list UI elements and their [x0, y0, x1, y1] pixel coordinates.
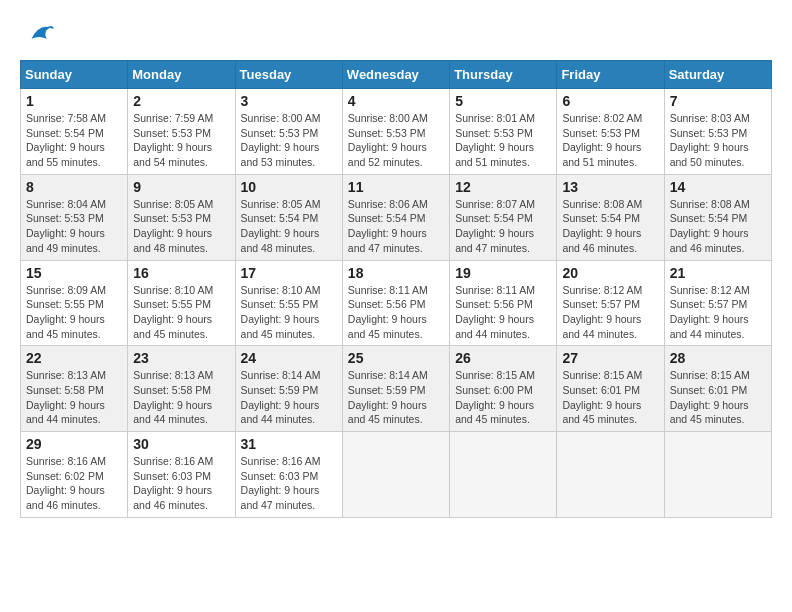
calendar-cell: 7 Sunrise: 8:03 AM Sunset: 5:53 PM Dayli… — [664, 89, 771, 175]
calendar-cell — [450, 432, 557, 518]
day-info: Sunrise: 7:59 AM Sunset: 5:53 PM Dayligh… — [133, 111, 229, 170]
logo — [20, 20, 54, 50]
calendar-cell: 8 Sunrise: 8:04 AM Sunset: 5:53 PM Dayli… — [21, 174, 128, 260]
day-number: 31 — [241, 436, 337, 452]
calendar-cell: 5 Sunrise: 8:01 AM Sunset: 5:53 PM Dayli… — [450, 89, 557, 175]
calendar-week-row: 29 Sunrise: 8:16 AM Sunset: 6:02 PM Dayl… — [21, 432, 772, 518]
calendar-cell: 3 Sunrise: 8:00 AM Sunset: 5:53 PM Dayli… — [235, 89, 342, 175]
day-info: Sunrise: 8:11 AM Sunset: 5:56 PM Dayligh… — [455, 283, 551, 342]
day-info: Sunrise: 8:12 AM Sunset: 5:57 PM Dayligh… — [670, 283, 766, 342]
day-info: Sunrise: 8:08 AM Sunset: 5:54 PM Dayligh… — [670, 197, 766, 256]
day-number: 13 — [562, 179, 658, 195]
day-info: Sunrise: 8:03 AM Sunset: 5:53 PM Dayligh… — [670, 111, 766, 170]
weekday-header-thursday: Thursday — [450, 61, 557, 89]
logo-bird-icon — [24, 20, 54, 50]
calendar-week-row: 8 Sunrise: 8:04 AM Sunset: 5:53 PM Dayli… — [21, 174, 772, 260]
calendar-cell: 24 Sunrise: 8:14 AM Sunset: 5:59 PM Dayl… — [235, 346, 342, 432]
calendar-cell: 12 Sunrise: 8:07 AM Sunset: 5:54 PM Dayl… — [450, 174, 557, 260]
calendar-cell: 16 Sunrise: 8:10 AM Sunset: 5:55 PM Dayl… — [128, 260, 235, 346]
day-info: Sunrise: 8:05 AM Sunset: 5:53 PM Dayligh… — [133, 197, 229, 256]
day-number: 6 — [562, 93, 658, 109]
day-number: 24 — [241, 350, 337, 366]
day-info: Sunrise: 8:10 AM Sunset: 5:55 PM Dayligh… — [241, 283, 337, 342]
day-number: 14 — [670, 179, 766, 195]
calendar-cell: 28 Sunrise: 8:15 AM Sunset: 6:01 PM Dayl… — [664, 346, 771, 432]
calendar-cell: 26 Sunrise: 8:15 AM Sunset: 6:00 PM Dayl… — [450, 346, 557, 432]
day-number: 9 — [133, 179, 229, 195]
day-info: Sunrise: 8:16 AM Sunset: 6:02 PM Dayligh… — [26, 454, 122, 513]
day-info: Sunrise: 8:10 AM Sunset: 5:55 PM Dayligh… — [133, 283, 229, 342]
weekday-header-wednesday: Wednesday — [342, 61, 449, 89]
day-number: 1 — [26, 93, 122, 109]
day-number: 15 — [26, 265, 122, 281]
calendar-cell: 18 Sunrise: 8:11 AM Sunset: 5:56 PM Dayl… — [342, 260, 449, 346]
day-number: 12 — [455, 179, 551, 195]
calendar-cell: 22 Sunrise: 8:13 AM Sunset: 5:58 PM Dayl… — [21, 346, 128, 432]
day-number: 17 — [241, 265, 337, 281]
calendar-cell: 4 Sunrise: 8:00 AM Sunset: 5:53 PM Dayli… — [342, 89, 449, 175]
calendar-cell: 30 Sunrise: 8:16 AM Sunset: 6:03 PM Dayl… — [128, 432, 235, 518]
weekday-header-sunday: Sunday — [21, 61, 128, 89]
calendar-cell: 15 Sunrise: 8:09 AM Sunset: 5:55 PM Dayl… — [21, 260, 128, 346]
calendar-header-row: SundayMondayTuesdayWednesdayThursdayFrid… — [21, 61, 772, 89]
day-info: Sunrise: 8:15 AM Sunset: 6:00 PM Dayligh… — [455, 368, 551, 427]
day-info: Sunrise: 7:58 AM Sunset: 5:54 PM Dayligh… — [26, 111, 122, 170]
day-number: 19 — [455, 265, 551, 281]
calendar-cell: 20 Sunrise: 8:12 AM Sunset: 5:57 PM Dayl… — [557, 260, 664, 346]
day-info: Sunrise: 8:02 AM Sunset: 5:53 PM Dayligh… — [562, 111, 658, 170]
calendar-cell: 25 Sunrise: 8:14 AM Sunset: 5:59 PM Dayl… — [342, 346, 449, 432]
calendar-cell: 10 Sunrise: 8:05 AM Sunset: 5:54 PM Dayl… — [235, 174, 342, 260]
day-info: Sunrise: 8:08 AM Sunset: 5:54 PM Dayligh… — [562, 197, 658, 256]
day-number: 18 — [348, 265, 444, 281]
day-number: 28 — [670, 350, 766, 366]
day-info: Sunrise: 8:06 AM Sunset: 5:54 PM Dayligh… — [348, 197, 444, 256]
calendar-cell: 13 Sunrise: 8:08 AM Sunset: 5:54 PM Dayl… — [557, 174, 664, 260]
day-info: Sunrise: 8:14 AM Sunset: 5:59 PM Dayligh… — [348, 368, 444, 427]
day-number: 3 — [241, 93, 337, 109]
day-info: Sunrise: 8:04 AM Sunset: 5:53 PM Dayligh… — [26, 197, 122, 256]
day-info: Sunrise: 8:13 AM Sunset: 5:58 PM Dayligh… — [26, 368, 122, 427]
day-info: Sunrise: 8:01 AM Sunset: 5:53 PM Dayligh… — [455, 111, 551, 170]
day-number: 29 — [26, 436, 122, 452]
day-info: Sunrise: 8:07 AM Sunset: 5:54 PM Dayligh… — [455, 197, 551, 256]
day-info: Sunrise: 8:05 AM Sunset: 5:54 PM Dayligh… — [241, 197, 337, 256]
calendar-cell: 2 Sunrise: 7:59 AM Sunset: 5:53 PM Dayli… — [128, 89, 235, 175]
calendar-cell — [557, 432, 664, 518]
day-number: 20 — [562, 265, 658, 281]
page-header — [20, 20, 772, 50]
day-info: Sunrise: 8:16 AM Sunset: 6:03 PM Dayligh… — [241, 454, 337, 513]
day-number: 27 — [562, 350, 658, 366]
calendar-cell: 31 Sunrise: 8:16 AM Sunset: 6:03 PM Dayl… — [235, 432, 342, 518]
day-info: Sunrise: 8:13 AM Sunset: 5:58 PM Dayligh… — [133, 368, 229, 427]
day-number: 23 — [133, 350, 229, 366]
day-info: Sunrise: 8:00 AM Sunset: 5:53 PM Dayligh… — [241, 111, 337, 170]
day-number: 7 — [670, 93, 766, 109]
calendar-cell: 6 Sunrise: 8:02 AM Sunset: 5:53 PM Dayli… — [557, 89, 664, 175]
calendar-cell: 1 Sunrise: 7:58 AM Sunset: 5:54 PM Dayli… — [21, 89, 128, 175]
calendar-cell: 23 Sunrise: 8:13 AM Sunset: 5:58 PM Dayl… — [128, 346, 235, 432]
calendar-cell: 9 Sunrise: 8:05 AM Sunset: 5:53 PM Dayli… — [128, 174, 235, 260]
calendar-cell: 29 Sunrise: 8:16 AM Sunset: 6:02 PM Dayl… — [21, 432, 128, 518]
day-number: 4 — [348, 93, 444, 109]
day-number: 11 — [348, 179, 444, 195]
weekday-header-monday: Monday — [128, 61, 235, 89]
weekday-header-saturday: Saturday — [664, 61, 771, 89]
day-number: 26 — [455, 350, 551, 366]
day-number: 16 — [133, 265, 229, 281]
calendar-cell: 21 Sunrise: 8:12 AM Sunset: 5:57 PM Dayl… — [664, 260, 771, 346]
day-number: 10 — [241, 179, 337, 195]
weekday-header-friday: Friday — [557, 61, 664, 89]
day-info: Sunrise: 8:16 AM Sunset: 6:03 PM Dayligh… — [133, 454, 229, 513]
day-info: Sunrise: 8:15 AM Sunset: 6:01 PM Dayligh… — [562, 368, 658, 427]
calendar-week-row: 22 Sunrise: 8:13 AM Sunset: 5:58 PM Dayl… — [21, 346, 772, 432]
day-number: 8 — [26, 179, 122, 195]
day-number: 25 — [348, 350, 444, 366]
calendar-cell — [664, 432, 771, 518]
calendar-cell: 19 Sunrise: 8:11 AM Sunset: 5:56 PM Dayl… — [450, 260, 557, 346]
calendar-week-row: 1 Sunrise: 7:58 AM Sunset: 5:54 PM Dayli… — [21, 89, 772, 175]
calendar-cell — [342, 432, 449, 518]
day-info: Sunrise: 8:15 AM Sunset: 6:01 PM Dayligh… — [670, 368, 766, 427]
day-number: 22 — [26, 350, 122, 366]
calendar-week-row: 15 Sunrise: 8:09 AM Sunset: 5:55 PM Dayl… — [21, 260, 772, 346]
day-info: Sunrise: 8:11 AM Sunset: 5:56 PM Dayligh… — [348, 283, 444, 342]
